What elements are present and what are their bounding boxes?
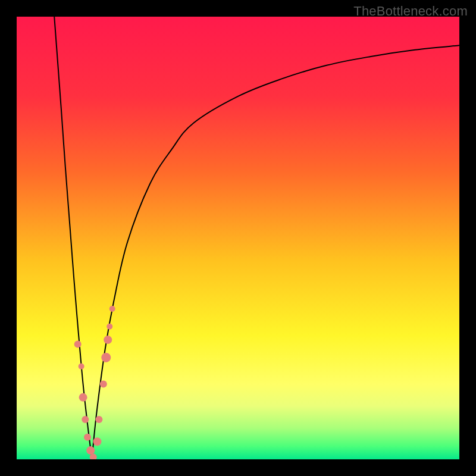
data-marker: [104, 336, 112, 344]
chart-container: TheBottleneck.com: [0, 0, 476, 476]
plot-svg: [17, 17, 459, 459]
data-marker: [101, 353, 111, 362]
data-marker: [79, 364, 84, 369]
data-marker: [84, 434, 91, 441]
data-marker: [86, 446, 95, 455]
data-marker: [93, 437, 101, 446]
data-marker: [79, 393, 87, 402]
data-marker: [82, 416, 89, 423]
data-marker: [74, 341, 82, 348]
plot-frame: [17, 17, 459, 459]
data-marker: [100, 381, 107, 388]
gradient-background: [17, 17, 459, 459]
data-marker: [95, 416, 102, 423]
data-marker: [109, 306, 115, 312]
data-marker: [107, 324, 112, 330]
watermark-text: TheBottleneck.com: [353, 4, 468, 19]
